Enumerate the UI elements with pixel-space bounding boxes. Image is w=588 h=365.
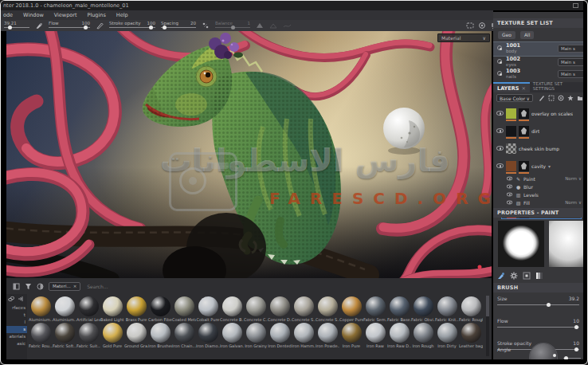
add-mask-icon[interactable]	[548, 95, 555, 101]
material-item[interactable]: Fabric Rough	[459, 296, 483, 322]
add-smart-material-icon[interactable]	[567, 95, 574, 101]
material-sphere[interactable]	[246, 323, 266, 343]
material-item[interactable]: Fabric Rou...	[29, 322, 53, 348]
shelf-category[interactable]: t	[6, 312, 27, 319]
material-item[interactable]: Iron Raw	[363, 322, 387, 348]
layer-thumbnail[interactable]	[506, 126, 516, 136]
search-input[interactable]	[85, 283, 181, 290]
material-sphere[interactable]	[461, 296, 481, 316]
material-item[interactable]: Carbon Fiber	[148, 296, 172, 322]
material-item[interactable]: Concrete S...	[292, 296, 316, 322]
material-sphere[interactable]	[366, 323, 386, 343]
angle-slider[interactable]	[563, 358, 581, 359]
filter-funnel-icon[interactable]	[25, 283, 32, 290]
tab-layers[interactable]: LAYERS ×	[493, 82, 530, 92]
material-sphere[interactable]	[390, 296, 410, 316]
stencil-icon[interactable]	[466, 22, 474, 29]
material-sphere[interactable]	[414, 296, 433, 316]
add-folder-icon[interactable]	[577, 95, 583, 101]
material-item[interactable]: Iron Raw D...	[387, 322, 411, 348]
shader-button[interactable]: Main s	[558, 45, 583, 53]
texture-set-row[interactable]: 1003 nails Main s	[493, 68, 583, 80]
material-item[interactable]: Iron Rough	[411, 322, 435, 348]
lazy-mouse-icon[interactable]	[269, 22, 277, 29]
material-sphere[interactable]	[414, 323, 433, 343]
effect-row[interactable]: ▥ Levels	[493, 190, 583, 198]
material-item[interactable]: Iron Pure	[339, 322, 363, 348]
material-item[interactable]: Fabric Base...	[387, 296, 411, 322]
material-sphere[interactable]	[31, 296, 51, 316]
brush-preview-thumbnail[interactable]	[549, 221, 583, 267]
material-sphere[interactable]	[294, 296, 314, 316]
material-item[interactable]: Iron Dirty	[435, 322, 459, 348]
material-item[interactable]: Ground Gra...	[124, 322, 148, 348]
size-slider[interactable]: 39.21	[4, 21, 29, 30]
visibility-eye-icon[interactable]	[496, 163, 504, 168]
spacing-slider[interactable]: Spacing20	[161, 21, 196, 30]
menu-item-viewport[interactable]: Viewport	[54, 12, 77, 18]
shelf-category-selected[interactable]: s	[6, 326, 27, 333]
material-sphere[interactable]	[318, 296, 338, 316]
material-sphere[interactable]	[461, 323, 481, 343]
material-sphere[interactable]	[198, 296, 218, 316]
texture-set-row[interactable]: 1001 body Main s	[493, 42, 583, 56]
size-property-slider[interactable]: Size39.2	[493, 296, 583, 305]
material-item[interactable]: Aluminium...	[29, 296, 53, 322]
material-item[interactable]: Fabric Soft...	[53, 322, 76, 348]
radio-icon[interactable]	[497, 59, 502, 64]
material-sphere[interactable]	[127, 323, 147, 343]
shading-mode-dropdown[interactable]: Material ∨	[437, 33, 490, 42]
material-sphere[interactable]	[318, 323, 338, 343]
menu-item-mode[interactable]: ode	[3, 12, 13, 18]
symmetry-icon[interactable]	[202, 22, 210, 29]
material-sphere[interactable]	[246, 296, 266, 316]
material-item[interactable]: Iron Powde...	[316, 322, 339, 348]
effect-row[interactable]: ▨ Fill Norm ∨	[493, 198, 583, 206]
layer-mask-thumbnail[interactable]	[519, 108, 529, 119]
menu-item-plugins[interactable]: Plugins	[88, 12, 106, 18]
visibility-eye-icon[interactable]	[507, 177, 512, 181]
effect-row[interactable]: ✎ Paint Norm ∨	[493, 175, 583, 182]
material-sphere[interactable]	[55, 323, 75, 343]
filter-tag-chip[interactable]: Materi... ×	[49, 282, 80, 291]
half-circle-icon[interactable]	[37, 283, 44, 290]
material-sphere[interactable]	[342, 323, 362, 343]
texture-set-filter-geo[interactable]: Geo	[498, 31, 515, 39]
material-sphere[interactable]	[31, 323, 51, 343]
channel-dropdown[interactable]: Base Color ∨	[496, 94, 533, 102]
blend-mode-dropdown[interactable]: Norm ∨	[565, 200, 582, 205]
material-item[interactable]: Iron Brushed	[148, 322, 172, 348]
physical-brush-icon[interactable]	[497, 272, 505, 280]
material-item[interactable]: Iron Diamo...	[196, 322, 220, 348]
material-item[interactable]: Gold Pure	[100, 322, 124, 348]
brush-preset-icon[interactable]	[35, 22, 43, 29]
material-sphere[interactable]	[55, 296, 75, 316]
shelf-collapse-icon[interactable]	[13, 283, 20, 290]
layer-row[interactable]: dirt	[493, 122, 583, 139]
material-item[interactable]: Iron Galvan...	[220, 322, 244, 348]
visibility-eye-icon[interactable]	[507, 193, 512, 197]
material-item[interactable]: Coated Metal	[172, 296, 196, 322]
material-sphere[interactable]	[366, 296, 386, 316]
material-sphere[interactable]	[342, 296, 362, 316]
material-item[interactable]: Fabric Obvi...	[411, 296, 435, 322]
tab-texture-set-settings[interactable]: TEXTURE SET SETTINGS	[530, 81, 583, 92]
material-item[interactable]: Baked Light...	[100, 296, 124, 322]
flow-slider[interactable]: Flow100	[49, 21, 90, 30]
material-sphere[interactable]	[151, 323, 171, 343]
visibility-eye-icon[interactable]	[507, 201, 512, 205]
projection-icon[interactable]	[478, 22, 486, 29]
visibility-eye-icon[interactable]	[507, 185, 512, 189]
texture-set-row[interactable]: 1002 eyes Main s	[493, 56, 583, 68]
stroke-opacity-slider[interactable]: Stroke opacity100	[109, 21, 155, 30]
material-sphere[interactable]	[174, 323, 194, 343]
brush-alpha-thumbnail[interactable]	[498, 221, 544, 267]
material-item[interactable]: Iron Dented	[268, 322, 292, 348]
material-item[interactable]: Concrete S...	[316, 296, 339, 322]
shelf-category[interactable]: asic	[6, 340, 27, 347]
visibility-eye-icon[interactable]	[496, 128, 504, 133]
material-sphere[interactable]	[222, 323, 242, 343]
visibility-eye-icon[interactable]	[496, 146, 504, 151]
layer-thumbnail[interactable]	[506, 161, 516, 171]
material-sphere[interactable]	[79, 296, 99, 316]
